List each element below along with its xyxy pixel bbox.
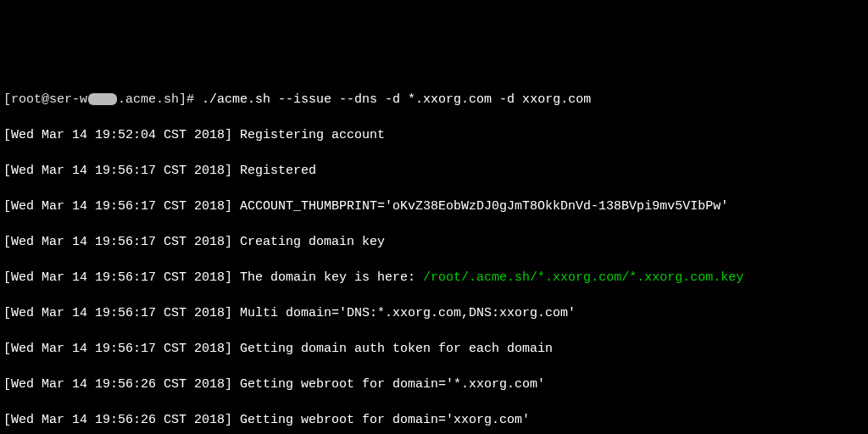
log-line: [Wed Mar 14 19:56:26 CST 2018] Getting w… (3, 411, 865, 429)
key-path: /root/.acme.sh/*.xxorg.com/*.xxorg.com.k… (423, 270, 743, 285)
log-line: [Wed Mar 14 19:56:17 CST 2018] The domai… (3, 269, 865, 287)
terminal-output[interactable]: [root@ser-w.acme.sh]# ./acme.sh --issue … (3, 73, 865, 434)
log-line: [Wed Mar 14 19:52:04 CST 2018] Registeri… (3, 126, 865, 144)
log-line: [Wed Mar 14 19:56:17 CST 2018] Multi dom… (3, 304, 865, 322)
log-line: [Wed Mar 14 19:56:26 CST 2018] Getting w… (3, 376, 865, 393)
log-line: [Wed Mar 14 19:56:17 CST 2018] Registere… (3, 162, 865, 180)
redacted-host (88, 93, 117, 105)
log-line: [Wed Mar 14 19:56:17 CST 2018] ACCOUNT_T… (3, 198, 865, 215)
command-line: [root@ser-w.acme.sh]# ./acme.sh --issue … (3, 91, 865, 108)
log-line: [Wed Mar 14 19:56:17 CST 2018] Getting d… (3, 340, 865, 358)
log-line: [Wed Mar 14 19:56:17 CST 2018] Creating … (3, 233, 865, 251)
